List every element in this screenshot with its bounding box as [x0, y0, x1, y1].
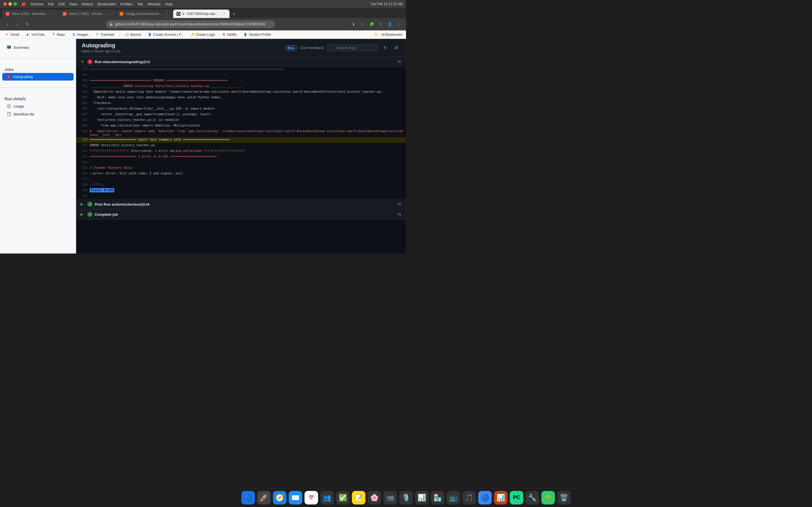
bookmark-maps[interactable]: 📍 Maps [50, 32, 67, 37]
log-line: 203 Hint: make sure your test modules/pa… [76, 95, 406, 101]
bookmark-separator [119, 33, 120, 37]
menu-file[interactable]: File [48, 2, 54, 6]
new-tab-button[interactable]: + [230, 10, 238, 18]
bookmark-images[interactable]: 🖼 Images [70, 32, 90, 37]
menu-tab[interactable]: Tab [137, 2, 143, 6]
forward-button[interactable]: › [13, 20, 21, 28]
job-section-complete-title: Complete job [95, 212, 396, 217]
sidebar-item-autograding[interactable]: ✕ Autograding [2, 73, 73, 80]
back-button[interactable]: ‹ [3, 20, 11, 28]
tab-title-gmail2: Inbox (7,960) - shivamparm... [69, 12, 106, 16]
sidebar-usage-label: Usage [13, 104, 24, 108]
job-section-autograding-header[interactable]: ▼ ✕ Run education/autograding@v1 8s [76, 57, 406, 67]
sidebar-autograding-label: Autograding [13, 75, 33, 79]
search-logs-input[interactable] [327, 44, 378, 51]
menu-profiles[interactable]: Profiles [120, 2, 133, 6]
give-feedback-button[interactable]: Give feedback [300, 46, 324, 50]
settings-button[interactable]: ⚙ [393, 44, 400, 52]
tab-github[interactable]: k · NJIT-WIS/oop-calculator-... × [173, 10, 230, 18]
bookmark-create-login[interactable]: 🔑 Create Login [189, 32, 217, 37]
tab-close-chegg[interactable]: × [165, 12, 169, 16]
url-bar[interactable]: github.com/NJIT-WIS/oop-calculator-part3… [106, 20, 275, 28]
maximize-button[interactable] [13, 2, 17, 6]
bookmarks-folder-icon: 📁 [374, 33, 378, 37]
tab-close-gmail[interactable]: × [51, 12, 55, 16]
menu-view[interactable]: View [69, 2, 77, 6]
menu-bar: 🍎 Chrome File Edit View History Bookmark… [21, 2, 172, 6]
tab-gmail[interactable]: M Inbox (120) - kavindave24@... × [2, 10, 59, 18]
autograding-status-icon: ✕ [7, 75, 11, 79]
tab-chegg[interactable]: C chegg.com/homework-help/c... × [116, 10, 172, 18]
sidebar-divider-1 [0, 58, 76, 58]
chevron-right-icon: ▶ [81, 202, 85, 206]
menu-help[interactable]: Help [165, 2, 173, 6]
gmail-icon: ✉ [5, 33, 9, 37]
main-content: Summary Jobs ✕ Autograding Run details U… [0, 39, 406, 253]
all-bookmarks-label: All Bookmarks [381, 33, 403, 37]
job-section-complete-header[interactable]: ▶ ✓ Complete job 0s [76, 210, 406, 219]
bookmark-translate[interactable]: T Translate [93, 32, 116, 37]
beta-badge: Beta [285, 45, 297, 50]
download-button[interactable]: ⬇ [350, 20, 357, 28]
menu-edit[interactable]: Edit [58, 2, 64, 6]
tab-close-gmail2[interactable]: × [108, 12, 112, 16]
maps-icon: 📍 [52, 33, 56, 37]
datetime: Tue Feb 13 11:22 AM [370, 2, 403, 6]
job-section-post-run-header[interactable]: ▶ ✓ Post Run actions/checkout@v4 0s [76, 200, 406, 209]
tab-close-github[interactable]: × [222, 12, 226, 16]
sidebar-workflow-file-label: Workflow file [13, 112, 34, 116]
menu-apple[interactable]: 🍎 [21, 2, 26, 6]
menu-bookmarks[interactable]: Bookmarks [98, 2, 116, 6]
reload-button[interactable]: ↻ [24, 20, 32, 28]
sidebar-item-workflow-file[interactable]: Workflow file [2, 110, 73, 118]
log-area: Autograding failed 1 minute ago in 12s B… [76, 39, 406, 253]
log-line: 216 ::error::Error: Exit with code: 2 an… [76, 171, 406, 177]
menu-history[interactable]: History [82, 2, 93, 6]
bookmark-gmail[interactable]: ✉ Gmail [3, 32, 21, 37]
log-line: 198 ────────────────────────────────────… [76, 67, 406, 72]
log-line: 209 E ImportError: cannot import name 'A… [76, 129, 406, 137]
usage-icon [7, 104, 11, 108]
tab-favicon-github [176, 12, 181, 16]
url-text: github.com/NJIT-WIS/oop-calculator-part3… [115, 22, 265, 26]
bookmark-student-profile[interactable]: 👤 Student Profile [242, 32, 273, 37]
log-line: 211 ERROR tests/test_history_teacher.py [76, 143, 406, 149]
tab-gmail-2[interactable]: M Inbox (7,960) - shivamparm... × [59, 10, 116, 18]
menu-window[interactable]: Window [147, 2, 160, 6]
minimize-button[interactable] [8, 2, 12, 6]
sidebar-item-summary[interactable]: Summary [2, 43, 73, 51]
menu-button[interactable]: ⋮ [395, 20, 403, 28]
bookmark-discord[interactable]: 💬 discord [123, 32, 143, 37]
translate-icon: T [95, 33, 99, 37]
sidebar-jobs-section: Jobs ✕ Autograding [0, 61, 76, 85]
log-line: 204 Traceback: [76, 101, 406, 106]
google-apps-button[interactable]: ⠿ [377, 20, 385, 28]
log-content[interactable]: ▼ ✕ Run education/autograding@v1 8s 198 … [76, 57, 406, 253]
log-line-highlighted: 210 ========================= short test… [76, 137, 406, 143]
job-section-post-run: ▶ ✓ Post Run actions/checkout@v4 0s [76, 200, 406, 210]
close-button[interactable] [3, 2, 7, 6]
profile-button[interactable]: 👤 [386, 20, 394, 28]
title-bar: 🍎 Chrome File Edit View History Bookmark… [0, 0, 406, 8]
bookmark-star-button[interactable]: ☆ [359, 20, 366, 28]
bookmark-create-account-label: Create Account | F... [153, 33, 184, 37]
job-section-autograding-title: Run education/autograding@v1 [95, 60, 396, 64]
bookmarks-bar: ✉ Gmail ▶ YouTube 📍 Maps 🖼 Images T Tran… [0, 31, 406, 39]
menu-chrome[interactable]: Chrome [31, 2, 43, 6]
log-line: 217 [76, 177, 406, 182]
all-bookmarks[interactable]: 📁 All Bookmarks [374, 33, 403, 37]
log-header: Autograding failed 1 minute ago in 12s B… [76, 39, 406, 57]
bookmark-images-label: Images [77, 33, 88, 37]
bookmark-create-account[interactable]: 👤 Create Account | F... [146, 32, 185, 37]
refresh-button[interactable]: ↻ [381, 44, 389, 52]
tab-favicon-chegg: C [119, 12, 123, 16]
sidebar-item-usage[interactable]: Usage [2, 102, 73, 110]
secure-icon [109, 22, 113, 26]
extensions-button[interactable]: 🧩 [368, 20, 375, 28]
bookmark-youtube[interactable]: ▶ YouTube [24, 32, 46, 37]
bookmark-youtube-label: YouTube [31, 33, 45, 37]
discord-icon: 💬 [125, 33, 129, 37]
job-status-failed-icon: ✕ [87, 59, 93, 64]
log-header-left: Autograding failed 1 minute ago in 12s [82, 42, 120, 53]
bookmark-netflix[interactable]: N Netflix [220, 32, 238, 37]
